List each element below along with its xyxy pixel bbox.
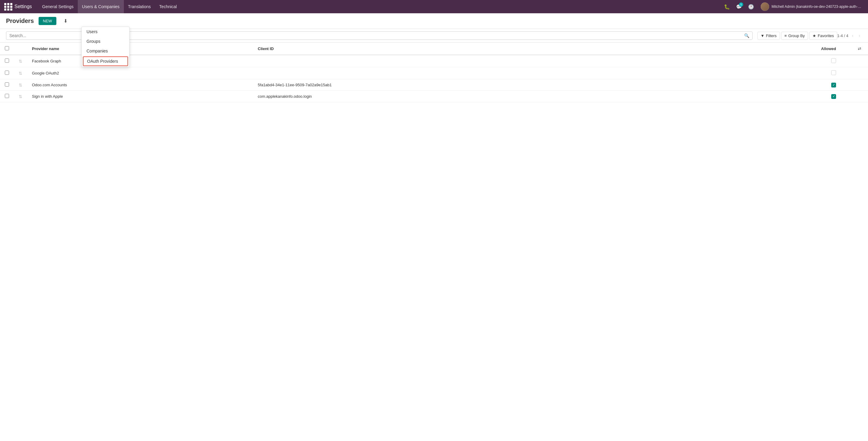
dropdown-item-oauth-providers[interactable]: OAuth Providers <box>83 56 128 66</box>
row-checkbox[interactable] <box>5 70 9 75</box>
bug-icon-button[interactable]: 🐛 <box>722 2 732 11</box>
table-row: ⇅ Odoo.com Accounts 5fa1abd4-34e1-11ee-9… <box>0 79 868 91</box>
row-checkbox[interactable] <box>5 59 9 63</box>
new-button[interactable]: NEW <box>38 17 56 25</box>
filters-label: Filters <box>766 33 776 38</box>
row-allowed: ✓ <box>675 79 851 91</box>
filter-icon: ▼ <box>761 33 765 38</box>
avatar <box>761 2 769 11</box>
row-extra <box>851 55 868 67</box>
download-button[interactable]: ⬇ <box>61 17 70 25</box>
row-drag-handle-cell: ⇅ <box>14 67 27 79</box>
row-provider-name[interactable]: Google OAuth2 <box>27 67 253 79</box>
star-icon: ★ <box>812 33 816 38</box>
nav-users-companies[interactable]: Users & Companies <box>78 0 124 13</box>
drag-handle-icon[interactable]: ⇅ <box>19 59 22 64</box>
drag-handle-icon[interactable]: ⇅ <box>19 83 22 87</box>
drag-handle-icon[interactable]: ⇅ <box>19 71 22 76</box>
pagination: 1-4 / 4 ‹ › <box>837 33 862 39</box>
favorites-label: Favorites <box>818 33 834 38</box>
header-drag <box>14 42 27 55</box>
header-col-adjust[interactable]: ⇄ <box>851 42 868 55</box>
header-allowed[interactable]: Allowed <box>675 42 851 55</box>
allowed-checkbox-icon[interactable]: ✓ <box>831 83 836 87</box>
search-bar: 🔍 ▼ Filters ≡ Group By ★ Favorites 1-4 /… <box>0 29 868 42</box>
row-provider-name[interactable]: Facebook Graph <box>27 55 253 67</box>
row-client-id <box>253 67 675 79</box>
row-provider-name[interactable]: Sign in with Apple <box>27 91 253 102</box>
groupby-button[interactable]: ≡ Group By <box>781 32 808 40</box>
dropdown-item-companies[interactable]: Companies <box>82 46 129 56</box>
row-client-id: 5fa1abd4-34e1-11ee-9509-7a02a9e15ab1 <box>253 79 675 91</box>
app-title[interactable]: Settings <box>14 4 32 9</box>
row-allowed <box>675 55 851 67</box>
row-checkbox-cell[interactable] <box>0 67 14 79</box>
nav-menu: General Settings Users & Companies Trans… <box>38 0 181 13</box>
row-checkbox-cell[interactable] <box>0 79 14 91</box>
header-provider-name[interactable]: Provider name <box>27 42 253 55</box>
nav-translations[interactable]: Translations <box>124 0 155 13</box>
row-client-id: com.applekanakinfo.odoo.login <box>253 91 675 102</box>
row-checkbox-cell[interactable] <box>0 91 14 102</box>
row-allowed <box>675 67 851 79</box>
header-select-all[interactable] <box>0 42 14 55</box>
pagination-text: 1-4 / 4 <box>837 33 848 38</box>
filter-buttons: ▼ Filters ≡ Group By ★ Favorites <box>757 32 837 40</box>
select-all-checkbox[interactable] <box>5 46 9 50</box>
row-drag-handle-cell: ⇅ <box>14 79 27 91</box>
table-row: ⇅ Facebook Graph <box>0 55 868 67</box>
user-menu[interactable]: Mitchell Admin (kanakinfo-oe-dev-240723-… <box>758 2 864 11</box>
groupby-label: Group By <box>788 33 805 38</box>
nav-general-settings[interactable]: General Settings <box>38 0 78 13</box>
table-row: ⇅ Google OAuth2 <box>0 67 868 79</box>
topnav-right-area: 🐛 💬 5 🕐 Mitchell Admin (kanakinfo-oe-dev… <box>722 2 864 11</box>
page-title: Providers <box>6 18 34 24</box>
row-checkbox[interactable] <box>5 94 9 98</box>
row-extra <box>851 67 868 79</box>
nav-technical[interactable]: Technical <box>155 0 181 13</box>
row-extra <box>851 79 868 91</box>
allowed-checkbox-icon[interactable] <box>831 70 836 75</box>
pagination-next[interactable]: › <box>857 33 862 39</box>
row-allowed: ✓ <box>675 91 851 102</box>
row-drag-handle-cell: ⇅ <box>14 55 27 67</box>
download-icon: ⬇ <box>64 19 67 24</box>
providers-table: Provider name Client ID Allowed ⇄ <box>0 42 868 102</box>
groupby-icon: ≡ <box>784 33 787 38</box>
row-checkbox[interactable] <box>5 82 9 87</box>
header-client-id[interactable]: Client ID <box>253 42 675 55</box>
row-drag-handle-cell: ⇅ <box>14 91 27 102</box>
users-companies-dropdown: Users Groups Companies OAuth Providers <box>82 27 130 67</box>
table-row: ⇅ Sign in with Apple com.applekanakinfo.… <box>0 91 868 102</box>
row-extra <box>851 91 868 102</box>
main-content: Providers NEW ⬇ 🔍 ▼ Filters ≡ Group By ★… <box>0 13 868 441</box>
dropdown-item-groups[interactable]: Groups <box>82 36 129 46</box>
allowed-checkbox-icon[interactable]: ✓ <box>831 94 836 99</box>
notification-badge: 5 <box>739 2 743 7</box>
row-checkbox-cell[interactable] <box>0 55 14 67</box>
user-name: Mitchell Admin (kanakinfo-oe-dev-240723-… <box>772 4 862 9</box>
clock-icon-button[interactable]: 🕐 <box>746 2 756 11</box>
row-provider-name[interactable]: Odoo.com Accounts <box>27 79 253 91</box>
dropdown-item-users[interactable]: Users <box>82 27 129 36</box>
column-adjust-button[interactable]: ⇄ <box>856 46 863 52</box>
apps-menu-button[interactable] <box>4 2 13 11</box>
favorites-button[interactable]: ★ Favorites <box>809 32 837 40</box>
pagination-prev[interactable]: ‹ <box>850 33 855 39</box>
data-table-wrap: Provider name Client ID Allowed ⇄ <box>0 42 868 441</box>
allowed-checkbox-icon[interactable] <box>831 58 836 63</box>
filters-button[interactable]: ▼ Filters <box>757 32 780 40</box>
messages-icon-button[interactable]: 💬 5 <box>734 2 744 11</box>
top-navigation: Settings General Settings Users & Compan… <box>0 0 868 13</box>
sub-header: Providers NEW ⬇ <box>0 13 868 29</box>
row-client-id <box>253 55 675 67</box>
drag-handle-icon[interactable]: ⇅ <box>19 94 22 99</box>
search-icon: 🔍 <box>744 33 749 38</box>
